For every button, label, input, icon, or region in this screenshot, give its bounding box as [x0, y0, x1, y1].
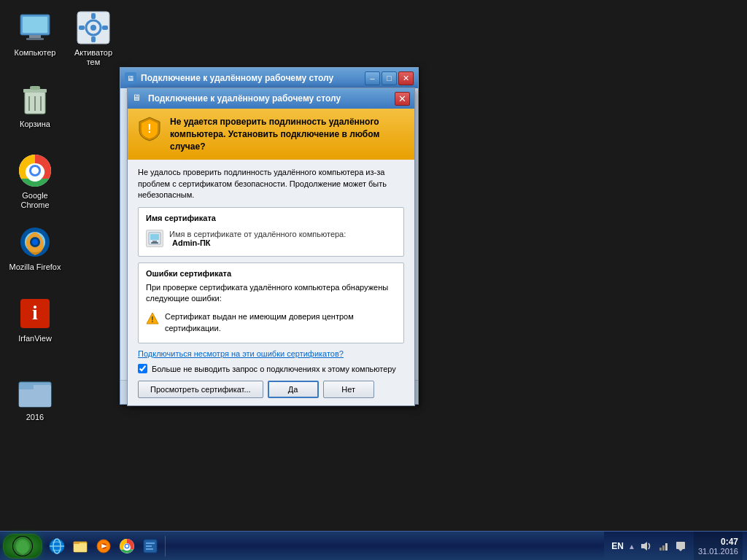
taskbar: EN ▲ 0:47 31.01.2016: [0, 531, 747, 560]
firefox-icon-label: Mozilla Firefox: [9, 262, 61, 272]
warning-small-icon: !: [146, 312, 159, 325]
outer-maximize-btn[interactable]: □: [382, 71, 397, 85]
desktop-icon-computer[interactable]: Компьютер: [6, 7, 64, 61]
desktop-icon-irfanview[interactable]: i IrfanView: [6, 293, 64, 346]
tray-network-icon[interactable]: [656, 539, 670, 553]
view-cert-btn[interactable]: Просмотреть сертификат...: [138, 381, 263, 398]
desktop-icon-firefox[interactable]: Mozilla Firefox: [6, 222, 64, 275]
svg-text:!: !: [151, 316, 153, 324]
cert-name-row: Имя в сертификате от удалённого компьюте…: [146, 227, 396, 250]
svg-marker-59: [678, 549, 683, 551]
no-btn[interactable]: Нет: [323, 381, 374, 398]
svg-text:i: i: [32, 301, 38, 324]
svg-rect-3: [26, 38, 44, 40]
desktop: Компьютер Активатор тем: [0, 0, 747, 531]
computer-icon-label: Компьютер: [15, 48, 56, 58]
system-tray: EN ▲ 0:47 31.01.2016: [604, 532, 747, 560]
errors-section: Ошибки сертификата При проверке сертифик…: [138, 262, 404, 344]
svg-rect-51: [146, 542, 155, 544]
taskbar-app-icon[interactable]: [140, 536, 160, 556]
svg-rect-33: [151, 242, 158, 244]
cert-icon: [146, 230, 163, 247]
svg-rect-28: [19, 385, 34, 389]
cert-label-text: Имя в сертификате от удалённого компьюте…: [169, 230, 346, 238]
svg-rect-43: [74, 542, 80, 544]
tray-clock[interactable]: 0:47 31.01.2016: [694, 532, 743, 560]
outer-title-text: Подключение к удалённому рабочему столу: [141, 73, 363, 83]
tray-expand-arrow[interactable]: ▲: [628, 542, 635, 551]
dialog-outer-titlebar[interactable]: 🖥 Подключение к удалённому рабочему стол…: [120, 68, 418, 88]
inner-dialog-body: Не удалось проверить подлинность удалённ…: [128, 160, 414, 405]
warning-header: ! Не удается проверить подлинность удалё…: [128, 109, 414, 160]
desktop-icon-2016[interactable]: 2016: [6, 372, 64, 425]
shield-icon: !: [136, 116, 163, 142]
activator-icon-label: Активатор тем: [67, 48, 120, 67]
svg-rect-2: [29, 35, 41, 38]
dialog-buttons: Просмотреть сертификат... Да Нет: [138, 381, 404, 398]
svg-rect-7: [91, 13, 96, 19]
svg-rect-1: [23, 17, 47, 33]
errors-section-title: Ошибки сертификата: [146, 269, 396, 278]
errors-intro-text: При проверке сертификата удалённого комп…: [146, 282, 396, 305]
cert-info: Имя в сертификате от удалённого компьюте…: [169, 230, 346, 247]
body-main-text: Не удалось проверить подлинность удалённ…: [138, 167, 404, 201]
svg-rect-52: [146, 545, 152, 547]
tray-language[interactable]: EN: [611, 541, 624, 551]
tray-time: 0:47: [721, 537, 738, 547]
outer-minimize-btn[interactable]: –: [365, 71, 380, 85]
svg-rect-9: [79, 26, 85, 30]
checkbox-row: Больше не выводить запрос о подключениях…: [138, 364, 404, 373]
outer-close-btn[interactable]: ✕: [398, 71, 414, 85]
svg-rect-53: [146, 548, 153, 550]
warning-title-text: Не удается проверить подлинность удалённ…: [170, 116, 406, 152]
folder2016-icon-label: 2016: [26, 413, 44, 422]
taskbar-ie-icon[interactable]: [47, 536, 67, 556]
svg-point-23: [32, 239, 38, 245]
svg-rect-8: [91, 36, 96, 42]
taskbar-divider: [165, 536, 166, 556]
svg-rect-32: [152, 241, 157, 242]
no-prompt-checkbox[interactable]: [138, 364, 147, 373]
dialog-inner: 🖥 Подключение к удалённому рабочему стол…: [127, 88, 415, 406]
error-item-text: Сертификат выдан не имеющим доверия цент…: [165, 311, 396, 334]
irfanview-icon-label: IrfanView: [18, 334, 52, 343]
taskbar-explorer-icon[interactable]: [70, 536, 90, 556]
recycle-icon-label: Корзина: [20, 120, 50, 129]
svg-point-49: [125, 545, 128, 548]
svg-point-19: [31, 167, 39, 174]
desktop-icon-recycle[interactable]: Корзина: [6, 79, 64, 132]
svg-point-6: [90, 25, 96, 31]
svg-rect-56: [662, 545, 665, 551]
desktop-icon-activator[interactable]: Активатор тем: [64, 7, 123, 70]
tray-date: 31.01.2016: [698, 547, 738, 556]
svg-marker-54: [641, 542, 647, 551]
cert-section-title: Имя сертификата: [146, 214, 396, 222]
start-button[interactable]: [3, 534, 42, 559]
yes-btn[interactable]: Да: [268, 381, 319, 398]
inner-titlebar[interactable]: 🖥 Подключение к удалённому рабочему стол…: [128, 88, 414, 109]
inner-title-icon: 🖥: [132, 93, 144, 104]
taskbar-media-icon[interactable]: [93, 536, 114, 556]
tray-volume-icon[interactable]: [638, 539, 653, 553]
inner-title-text: Подключение к удалённому рабочему столу: [148, 93, 395, 104]
svg-rect-13: [30, 86, 40, 90]
desktop-icon-chrome[interactable]: Google Chrome: [6, 150, 64, 213]
error-row: ! Сертификат выдан не имеющим доверия це…: [146, 308, 396, 337]
chrome-icon-label: Google Chrome: [9, 191, 61, 210]
svg-rect-58: [676, 542, 685, 549]
taskbar-chrome-icon[interactable]: [117, 536, 137, 556]
svg-rect-57: [665, 543, 667, 551]
svg-rect-31: [150, 234, 159, 240]
connect-despite-errors-link[interactable]: Подключиться несмотря на эти ошибки серт…: [138, 349, 404, 358]
inner-close-btn[interactable]: ✕: [395, 92, 410, 106]
tray-notify-icon[interactable]: [673, 539, 688, 553]
outer-title-icon: 🖥: [125, 72, 136, 84]
checkbox-label: Больше не выводить запрос о подключениях…: [152, 365, 396, 373]
svg-rect-42: [74, 543, 87, 552]
cert-section: Имя сертификата Имя в сертификате от уда…: [138, 207, 404, 257]
cert-value-text: Admin-ПК: [169, 238, 346, 247]
svg-rect-10: [102, 26, 108, 30]
svg-text:!: !: [147, 122, 151, 135]
svg-rect-55: [659, 548, 662, 551]
